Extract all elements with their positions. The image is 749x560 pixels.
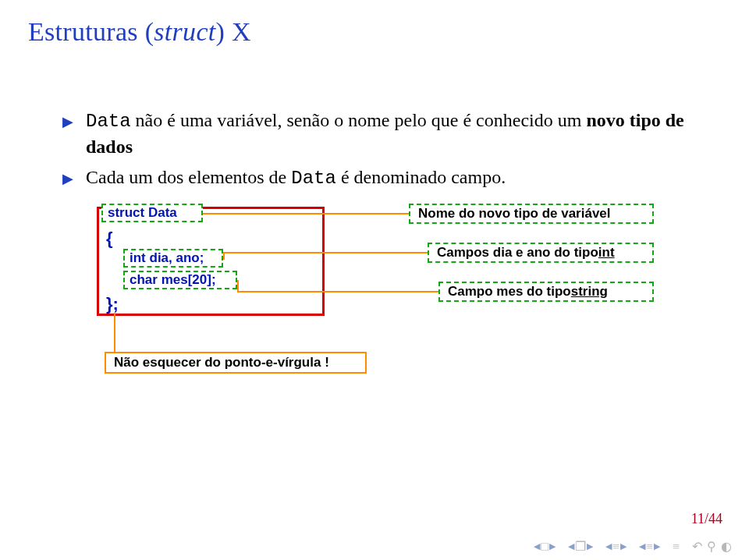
nav-first-group[interactable]: ◀□▶: [534, 540, 556, 554]
code-brace-open: {: [106, 227, 113, 250]
bullet-2-text: Cada um dos elementos de Data é denomina…: [86, 165, 721, 191]
code-struct-line: struct Data: [101, 204, 203, 222]
nav-lines-icon: ≡: [646, 540, 653, 554]
bullet-2-code: Data: [291, 168, 336, 189]
page-number: 11/44: [691, 511, 722, 527]
nav-prev-icon: ◀: [568, 541, 574, 551]
bullet-2-pre: Cada um dos elementos de: [86, 167, 291, 187]
title-suffix: ) X: [216, 17, 251, 46]
bullet-1-mid: não é uma variável, senão o nome pelo qu…: [131, 110, 587, 130]
nav-next-icon: ▶: [620, 541, 627, 551]
bullet-1: ▶ Data não é uma variável, senão o nome …: [62, 108, 721, 160]
label-newtype-text: Nome do novo tipo de variável: [418, 205, 611, 223]
slide: Estruturas (struct) X ▶ Data não é uma v…: [0, 0, 749, 560]
connector: [223, 252, 225, 260]
nav-stack-icon: ❐: [575, 539, 586, 554]
label-int-fields-text-a: Campos dia e ano do tipo: [437, 244, 598, 262]
connector: [203, 213, 409, 214]
code-int-line: int dia, ano;: [123, 249, 223, 268]
warning-text: Não esquecer do ponto-e-vírgula !: [114, 354, 329, 372]
nav-controls: ◀□▶ ◀❐▶ ◀≡▶ ◀≡▶ ≡ ↶ ⚲ ◐: [534, 539, 732, 554]
label-int-fields-text-b: int: [598, 244, 615, 262]
title-prefix: Estruturas (: [28, 17, 154, 46]
bullet-1-text: Data não é uma variável, senão o nome pe…: [86, 108, 721, 160]
nav-prev-icon: ◀: [639, 541, 645, 551]
bullet-2: ▶ Cada um dos elementos de Data é denomi…: [62, 165, 721, 191]
content: ▶ Data não é uma variável, senão o nome …: [62, 108, 721, 386]
nav-prev-icon: ◀: [534, 541, 540, 551]
nav-search-icon[interactable]: ⚲: [707, 539, 716, 554]
label-string-field: Campo mes do tipo string: [438, 282, 654, 302]
nav-lines-icon: ≡: [612, 540, 619, 554]
warning-box: Não esquecer do ponto-e-vírgula !: [105, 352, 367, 374]
nav-sub-group[interactable]: ◀≡▶: [605, 540, 627, 554]
nav-next-icon: ▶: [549, 541, 556, 551]
struct-diagram: struct Data { int dia, ano; char mes[20]…: [97, 204, 749, 386]
code-line-1: struct Data: [108, 204, 177, 222]
nav-circ-icon[interactable]: ◐: [721, 539, 732, 554]
nav-next-icon: ▶: [654, 541, 660, 551]
code-char-line: char mes[20];: [123, 271, 237, 289]
nav-frame-icon: □: [541, 540, 548, 554]
code-line-3: char mes[20];: [130, 271, 216, 289]
title-em: struct: [154, 17, 215, 46]
bullet-marker-icon: ▶: [62, 112, 73, 131]
nav-next-icon: ▶: [587, 541, 593, 551]
label-int-fields: Campos dia e ano do tipo int: [428, 243, 654, 263]
label-newtype: Nome do novo tipo de variável: [409, 204, 654, 224]
bullet-2-post: é denominado campo.: [336, 167, 506, 187]
label-string-field-text-b: string: [571, 283, 608, 301]
bullet-marker-icon: ▶: [62, 169, 73, 188]
slide-title: Estruturas (struct) X: [28, 17, 721, 47]
connector: [237, 291, 438, 292]
code-line-2: int dia, ano;: [130, 250, 204, 268]
nav-lines-end-icon[interactable]: ≡: [673, 540, 680, 554]
nav-section-group[interactable]: ◀❐▶: [568, 539, 593, 554]
label-string-field-text-a: Campo mes do tipo: [448, 283, 571, 301]
connector: [114, 313, 115, 352]
nav-prev-icon: ◀: [605, 541, 612, 551]
bullet-1-code: Data: [86, 111, 131, 132]
nav-end-group[interactable]: ◀≡▶: [639, 540, 660, 554]
connector: [223, 252, 428, 253]
nav-undo-icon[interactable]: ↶: [692, 539, 702, 554]
code-brace-close: };: [106, 292, 119, 316]
